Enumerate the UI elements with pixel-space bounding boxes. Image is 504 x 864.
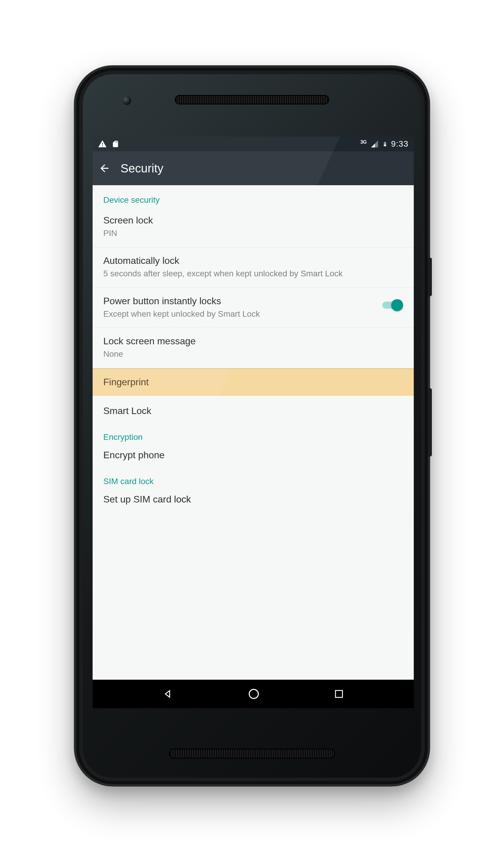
row-title: Fingerprint	[103, 377, 403, 388]
section-encryption: Encryption	[93, 422, 414, 444]
section-device-security: Device security	[93, 185, 414, 207]
sd-card-icon	[112, 140, 119, 148]
front-camera	[122, 96, 131, 105]
row-subtitle: None	[103, 348, 370, 360]
row-fingerprint[interactable]: Fingerprint	[93, 368, 414, 397]
cellular-signal-icon	[370, 140, 379, 148]
row-encrypt-phone[interactable]: Encrypt phone	[93, 444, 414, 467]
row-lock-screen-message[interactable]: Lock screen message None	[93, 328, 414, 368]
row-title: Encrypt phone	[103, 450, 403, 461]
row-title: Lock screen message	[103, 336, 403, 347]
row-smart-lock[interactable]: Smart Lock	[93, 397, 414, 422]
screen: 3G 9:33 Security Devic	[93, 136, 414, 708]
network-type-label: 3G	[360, 140, 367, 145]
svg-point-0	[249, 689, 259, 699]
row-title: Screen lock	[103, 215, 403, 226]
row-setup-sim-lock[interactable]: Set up SIM card lock	[93, 489, 414, 508]
row-automatically-lock[interactable]: Automatically lock 5 seconds after sleep…	[93, 248, 414, 288]
row-title: Set up SIM card lock	[103, 494, 403, 505]
back-icon[interactable]	[98, 163, 110, 174]
row-power-button-locks[interactable]: Power button instantly locks Except when…	[93, 288, 414, 328]
nav-back-icon[interactable]	[161, 687, 175, 700]
svg-rect-1	[335, 691, 342, 697]
section-sim-card-lock: SIM card lock	[93, 467, 414, 489]
row-title: Power button instantly locks	[103, 296, 375, 307]
nav-recents-icon[interactable]	[333, 688, 345, 700]
status-bar: 3G 9:33	[93, 136, 414, 151]
page-title: Security	[120, 162, 164, 175]
toggle-power-button-locks[interactable]	[382, 297, 403, 312]
navigation-bar	[93, 680, 414, 708]
row-subtitle: Except when kept unlocked by Smart Lock	[103, 308, 370, 320]
nav-home-icon[interactable]	[247, 687, 261, 701]
app-bar: Security	[93, 151, 414, 185]
earpiece	[175, 95, 329, 105]
row-title: Automatically lock	[103, 255, 403, 266]
row-subtitle: 5 seconds after sleep, except when kept …	[103, 268, 370, 279]
status-clock: 9:33	[391, 139, 409, 149]
row-screen-lock[interactable]: Screen lock PIN	[93, 207, 414, 248]
bottom-speaker	[169, 748, 335, 759]
row-subtitle: PIN	[103, 228, 370, 239]
battery-icon	[382, 140, 388, 148]
phone-frame: 3G 9:33 Security Devic	[74, 65, 430, 787]
warning-icon	[98, 140, 107, 148]
row-title: Smart Lock	[103, 406, 403, 417]
